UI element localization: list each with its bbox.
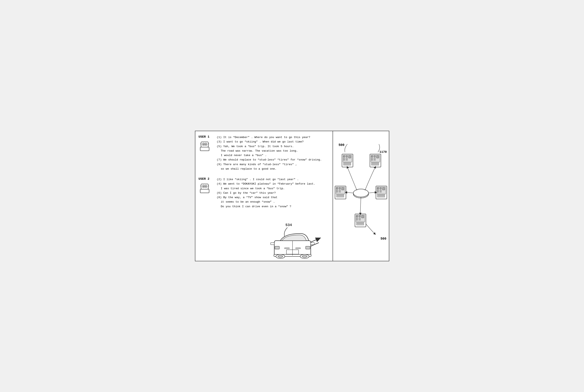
svg-rect-69 <box>336 196 344 197</box>
left-panel: USER 1 ( <box>195 131 333 261</box>
svg-rect-66 <box>339 192 340 192</box>
user1-dialog: (1) It is “December” . Where do you want… <box>217 135 322 171</box>
user2-line-5: (8) By the way, a “TV” show said that <box>217 195 315 200</box>
svg-rect-68 <box>336 194 344 196</box>
svg-rect-28 <box>271 243 274 245</box>
network-diagram: 500 1170 500 <box>333 131 389 261</box>
svg-rect-89 <box>361 216 364 218</box>
user1-label: USER 1 <box>198 135 210 139</box>
svg-rect-90 <box>356 222 364 224</box>
svg-rect-84 <box>356 218 358 219</box>
svg-rect-72 <box>377 188 379 189</box>
svg-rect-73 <box>377 190 379 191</box>
user1-line-2: (3) I want to go “skiing” . When did we … <box>217 140 322 144</box>
svg-rect-64 <box>339 188 340 189</box>
svg-rect-55 <box>374 160 376 160</box>
svg-point-34 <box>353 189 368 197</box>
svg-rect-62 <box>336 190 338 191</box>
user1-section: USER 1 ( <box>198 135 329 171</box>
svg-rect-8 <box>200 189 209 193</box>
svg-rect-91 <box>356 224 364 225</box>
svg-rect-83 <box>356 216 358 217</box>
svg-rect-77 <box>380 192 381 192</box>
svg-rect-61 <box>336 188 338 189</box>
user2-line-2: (4) We went to “DOKAYUKI plateau” in “Fe… <box>217 182 315 186</box>
svg-rect-47 <box>343 164 351 165</box>
svg-rect-32 <box>296 248 300 249</box>
user1-line-8: so we shall replace to a good one. <box>217 167 322 171</box>
user2-line-6: it seems to be an enough “snow” . <box>217 200 315 204</box>
main-container: USER 1 ( <box>195 131 389 261</box>
user2-section: USER 2 (2) I like “skiing” . I could not… <box>198 177 329 209</box>
svg-point-5 <box>205 144 206 145</box>
user1-line-4: The road was narrow. The vacation was to… <box>217 149 322 153</box>
svg-rect-78 <box>382 188 385 190</box>
user2-line-7: Do you think I can drive even in a “snow… <box>217 204 315 209</box>
svg-point-13 <box>205 186 206 187</box>
svg-rect-50 <box>371 156 373 157</box>
svg-rect-46 <box>343 162 351 164</box>
svg-rect-75 <box>380 188 381 189</box>
user2-line-1: (2) I like “skiing” . I could not go “la… <box>217 177 315 182</box>
user1-line-3: (5) Yah, We took a “bus” trip. It took 5… <box>217 144 322 149</box>
svg-rect-56 <box>376 156 379 158</box>
user2-dialog: (2) I like “skiing” . I could not go “la… <box>217 177 315 209</box>
svg-rect-44 <box>346 160 348 160</box>
svg-rect-74 <box>377 192 379 192</box>
svg-rect-65 <box>339 190 340 191</box>
user1-icon <box>198 140 211 152</box>
svg-rect-0 <box>200 147 209 151</box>
svg-point-4 <box>203 144 204 145</box>
svg-point-12 <box>203 186 204 187</box>
svg-text:534: 534 <box>286 223 292 227</box>
svg-rect-41 <box>343 160 345 160</box>
svg-rect-51 <box>371 158 373 159</box>
svg-rect-87 <box>359 218 360 219</box>
svg-rect-54 <box>374 158 376 159</box>
user2-line-3: I was tired since we took a “bus” trip. <box>217 186 315 191</box>
svg-rect-80 <box>377 196 384 197</box>
svg-rect-88 <box>359 219 360 220</box>
svg-rect-29 <box>311 243 314 245</box>
svg-rect-86 <box>359 216 360 217</box>
label-500-bottom: 500 <box>380 237 386 240</box>
user1-line-6: (7) We should replace to “stud-less” “ti… <box>217 158 322 162</box>
svg-rect-79 <box>377 194 384 196</box>
svg-rect-67 <box>342 188 344 190</box>
user1-label-col: USER 1 <box>198 135 217 171</box>
svg-rect-43 <box>346 158 348 159</box>
label-500-top: 500 <box>339 143 344 147</box>
svg-rect-40 <box>343 158 345 159</box>
svg-rect-42 <box>346 156 348 157</box>
svg-rect-57 <box>371 162 379 164</box>
label-1170: 1170 <box>379 150 387 154</box>
car-area: 534 <box>256 218 333 259</box>
svg-rect-85 <box>356 219 358 220</box>
svg-rect-39 <box>343 156 345 157</box>
svg-rect-53 <box>374 156 376 157</box>
user1-line-1: (1) It is “December” . Where do you want… <box>217 135 322 140</box>
svg-rect-52 <box>371 160 373 160</box>
svg-rect-58 <box>371 164 379 165</box>
user2-line-4: (6) Can I go by the “car” this year? <box>217 191 315 195</box>
car-diagram: 534 <box>256 218 333 259</box>
svg-point-27 <box>302 256 307 258</box>
user2-label: USER 2 <box>198 177 210 181</box>
right-panel: 500 1170 500 <box>333 131 389 261</box>
svg-rect-45 <box>348 156 351 158</box>
svg-rect-21 <box>306 246 310 249</box>
user2-icon <box>198 182 211 194</box>
svg-point-25 <box>278 256 283 258</box>
user1-line-7: (9) There are many kinds of “stud-less” … <box>217 162 322 167</box>
user1-line-5: I would never take a “bus” . <box>217 153 322 158</box>
svg-rect-76 <box>380 190 381 191</box>
user2-label-col: USER 2 <box>198 177 217 209</box>
svg-rect-63 <box>336 192 338 192</box>
svg-rect-31 <box>284 248 290 249</box>
svg-rect-20 <box>275 246 279 249</box>
